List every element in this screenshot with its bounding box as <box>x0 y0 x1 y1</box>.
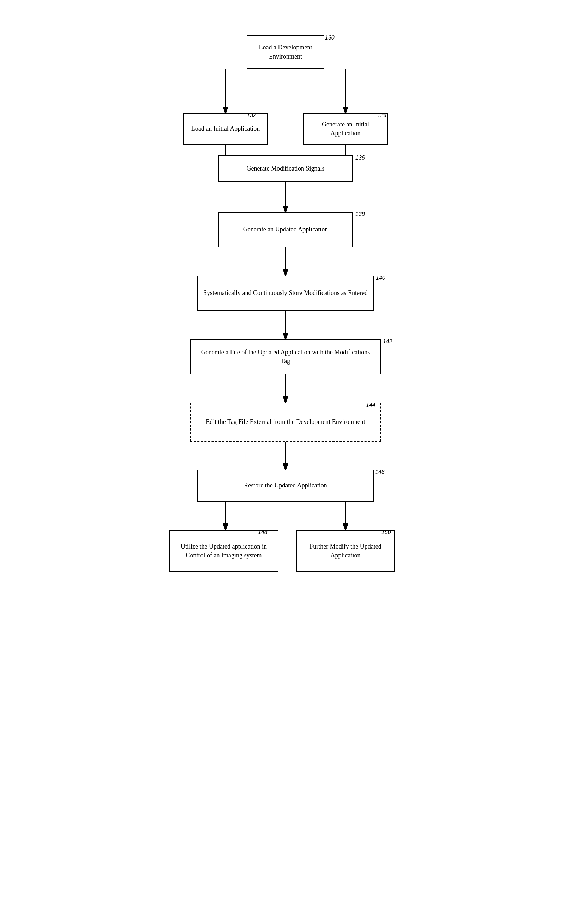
generate-mod-signals-box: Generate Modification Signals <box>218 155 353 182</box>
further-modify-box: Further Modify the Updated Application <box>296 530 395 572</box>
restore-updated-app-label: Restore the Updated Application <box>244 481 327 490</box>
utilize-updated-app-box: Utilize the Updated application in Contr… <box>169 530 278 572</box>
systematically-store-box: Systematically and Continuously Store Mo… <box>197 275 374 311</box>
load-dev-env-box: Load a Development Environment <box>247 35 324 69</box>
label-146: 146 <box>375 469 385 475</box>
label-144: 144 <box>366 402 375 408</box>
label-136: 136 <box>355 155 365 161</box>
generate-tag-file-label: Generate a File of the Updated Applicati… <box>196 348 375 365</box>
label-132: 132 <box>247 112 256 119</box>
utilize-updated-app-label: Utilize the Updated application in Contr… <box>175 542 273 560</box>
edit-tag-file-box: Edit the Tag File External from the Deve… <box>190 402 381 441</box>
label-134: 134 <box>377 112 387 119</box>
label-142: 142 <box>383 338 392 345</box>
generate-initial-app-label: Generate an Initial Application <box>309 120 382 138</box>
label-148: 148 <box>258 529 267 536</box>
arrows-svg <box>162 14 409 897</box>
systematically-store-label: Systematically and Continuously Store Mo… <box>203 289 368 297</box>
flowchart-diagram: Load a Development Environment 130 Load … <box>162 14 409 897</box>
edit-tag-file-label: Edit the Tag File External from the Deve… <box>206 418 365 426</box>
generate-updated-app-box: Generate an Updated Application <box>218 212 353 247</box>
generate-updated-app-label: Generate an Updated Application <box>243 225 328 234</box>
generate-initial-app-box: Generate an Initial Application <box>303 113 388 145</box>
further-modify-label: Further Modify the Updated Application <box>302 542 389 560</box>
load-initial-app-label: Load an Initial Application <box>191 124 260 133</box>
label-140: 140 <box>376 275 385 281</box>
load-dev-env-label: Load a Development Environment <box>252 43 319 61</box>
generate-mod-signals-label: Generate Modification Signals <box>247 164 325 173</box>
label-130: 130 <box>325 35 335 41</box>
generate-tag-file-box: Generate a File of the Updated Applicati… <box>190 339 381 375</box>
label-138: 138 <box>355 211 365 218</box>
label-150: 150 <box>381 529 391 536</box>
restore-updated-app-box: Restore the Updated Application <box>197 470 374 501</box>
